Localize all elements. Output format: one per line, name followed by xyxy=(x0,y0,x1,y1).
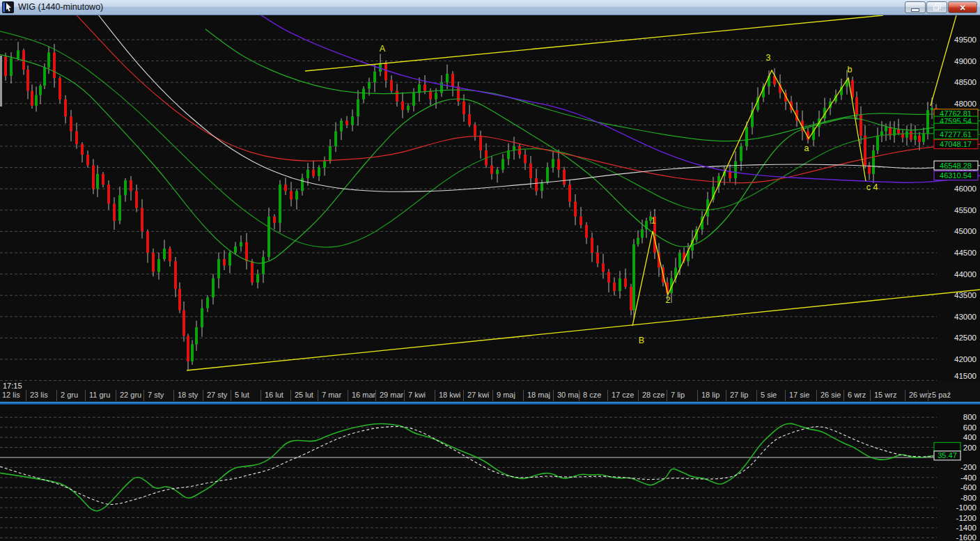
candle-body xyxy=(130,180,132,191)
candle-body xyxy=(407,106,410,110)
y-axis-tick-label: 44500 xyxy=(954,249,977,257)
candle-body xyxy=(102,174,104,185)
price-flag-labels: 47762.8147595.5447277.6147048.1746548.28… xyxy=(934,109,978,180)
indicator-tick-label: -1200 xyxy=(956,514,977,522)
x-axis-date-label: 27 lip xyxy=(730,391,748,399)
candle-body xyxy=(872,150,875,174)
wave-label: a xyxy=(804,143,809,153)
candle-body xyxy=(910,132,912,140)
candle-body xyxy=(340,120,343,131)
candle-body xyxy=(384,63,387,81)
candle-body xyxy=(632,244,635,311)
indicator-value-flag: 35.47 xyxy=(934,443,960,460)
y-axis-tick-label: 46000 xyxy=(954,185,977,193)
candle-body xyxy=(206,297,209,308)
date-tick xyxy=(697,390,698,401)
date-tick xyxy=(870,390,871,401)
x-axis-date-label: 27 kwi xyxy=(467,391,489,399)
x-axis-date-label: 7 mar xyxy=(322,391,341,399)
price-scale-labels: 4950049000485004800047500470004650046000… xyxy=(954,36,977,380)
candle-body xyxy=(39,86,42,95)
close-icon: × xyxy=(960,3,965,13)
candle-body xyxy=(446,74,449,82)
candle-body xyxy=(284,185,287,191)
indicator-tick-label: 400 xyxy=(963,433,977,441)
candle-body xyxy=(641,229,644,237)
date-tick xyxy=(667,390,667,401)
candle-body xyxy=(591,238,593,253)
candle-body xyxy=(905,132,908,138)
app-window: WIG (1440-minutowo) × AB123abc 449500490… xyxy=(0,0,980,541)
x-axis-date-label: 23 lis xyxy=(30,391,48,399)
x-axis-date-label: 6 wrz xyxy=(848,391,866,399)
candle-body xyxy=(357,100,359,117)
indicator-white xyxy=(0,426,933,504)
x-axis-date-label: 15 wrz xyxy=(874,391,896,399)
x-axis-date-label: 18 lip xyxy=(701,391,720,399)
candle-body xyxy=(855,97,858,115)
candle-body xyxy=(86,155,89,165)
title-bar[interactable]: WIG (1440-minutowo) × xyxy=(0,0,980,15)
candle-body xyxy=(490,166,493,174)
indicator-tick-label: 800 xyxy=(963,413,977,421)
candle-body xyxy=(607,272,610,283)
candle-body xyxy=(462,102,465,114)
date-tick xyxy=(726,390,726,401)
candle-body xyxy=(212,279,215,298)
price-flag-value: 47277.61 xyxy=(940,130,972,139)
price-chart-panel[interactable]: AB123abc 4495004900048500480004750047000… xyxy=(0,15,980,381)
candle-body xyxy=(860,114,862,136)
date-tick xyxy=(56,390,57,401)
candle-body xyxy=(334,132,337,146)
x-axis-date-label: 5 lut xyxy=(235,391,249,399)
candle-body xyxy=(474,125,476,135)
restore-button[interactable] xyxy=(926,1,947,13)
minimize-icon xyxy=(911,8,919,12)
candle-body xyxy=(468,114,471,125)
date-tick xyxy=(816,390,817,401)
y-axis-tick-label: 43500 xyxy=(954,291,977,299)
candle-body xyxy=(75,132,78,144)
candle-body xyxy=(152,253,155,272)
candle-body xyxy=(163,249,166,259)
candle-body xyxy=(745,127,748,147)
date-tick xyxy=(203,390,203,401)
x-axis-date-label: 9 maj xyxy=(497,391,515,399)
indicator-flag-value: 35.47 xyxy=(938,451,957,460)
date-tick xyxy=(785,390,786,401)
candle-body xyxy=(546,168,549,182)
indicator-tick-label: -1600 xyxy=(956,533,977,541)
candle-body xyxy=(637,238,639,244)
upper-channel-line xyxy=(305,15,883,71)
y-axis-tick-label: 49500 xyxy=(954,36,977,44)
x-axis-date-label: 5 sie xyxy=(761,391,777,399)
x-axis-date-label: 7 lip xyxy=(671,391,685,399)
candle-body xyxy=(897,130,900,134)
x-axis-date-label: 18 kwi xyxy=(439,391,460,399)
candle-body xyxy=(174,261,177,289)
date-tick xyxy=(843,390,844,401)
indicator-series-layer xyxy=(0,423,933,510)
date-tick xyxy=(348,390,348,401)
x-axis-date-label: 12 lis xyxy=(2,391,20,399)
close-button[interactable]: × xyxy=(948,1,977,13)
minimize-button[interactable] xyxy=(905,1,926,13)
candle-body xyxy=(876,136,879,150)
y-axis-tick-label: 44000 xyxy=(954,270,977,279)
y-axis-tick-label: 48000 xyxy=(954,100,977,108)
candle-body xyxy=(312,170,315,176)
candle-body xyxy=(580,217,582,225)
candle-body xyxy=(401,102,404,110)
candle-body xyxy=(568,185,571,202)
date-tick xyxy=(116,390,116,401)
candle-body xyxy=(729,172,731,178)
candle-body xyxy=(396,91,398,101)
date-tick xyxy=(143,390,144,401)
indicator-panel[interactable]: 800600400200-200-400-600-800-1000-1200-1… xyxy=(0,405,980,541)
candle-body xyxy=(440,82,443,93)
candle-body xyxy=(329,146,332,161)
candle-body xyxy=(613,283,616,291)
last-update-time: 17:15 xyxy=(3,382,22,390)
candle-body xyxy=(864,136,866,166)
candle-body xyxy=(251,261,254,283)
